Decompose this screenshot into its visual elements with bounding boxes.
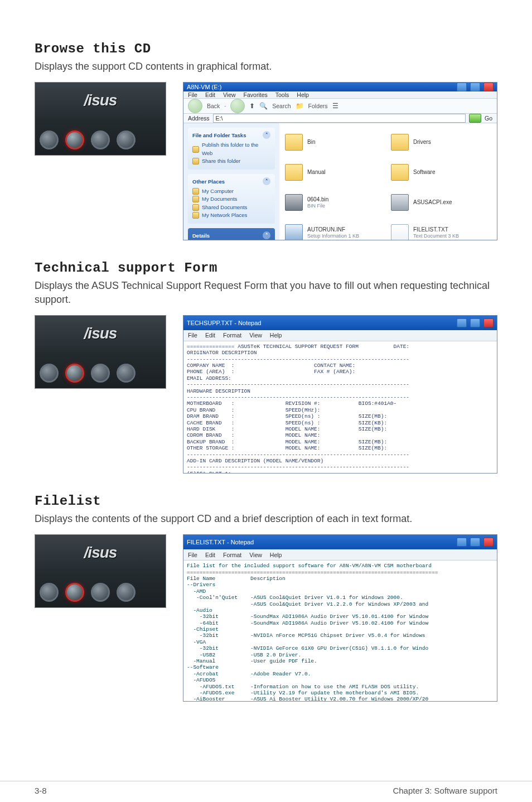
menu-file[interactable]: File: [188, 552, 197, 558]
notepad-titlebar: FILELIST.TXT - Notepad: [183, 535, 497, 549]
file-area: Bin Drivers Manual Software 0604.binBIN …: [279, 123, 497, 240]
file-item[interactable]: FILELIST.TXTText Document 3 KB: [391, 219, 491, 240]
folder-item[interactable]: Drivers: [391, 129, 491, 156]
place-item[interactable]: My Computer: [202, 187, 234, 195]
explorer-menubar[interactable]: File Edit View Favorites Tools Help: [183, 91, 497, 99]
maximize-button[interactable]: [470, 318, 480, 327]
txt-icon: [391, 224, 409, 240]
panel-tasks: File and Folder Tasks˄ Publish this fold…: [188, 128, 275, 170]
menu-help[interactable]: Help: [270, 552, 282, 558]
folder-item[interactable]: Bin: [285, 129, 385, 156]
search-label: Search: [272, 103, 291, 109]
minimize-button[interactable]: [457, 83, 467, 91]
file-name: Drivers: [413, 139, 431, 146]
thumb-icon-highlight: [65, 364, 84, 383]
place-item[interactable]: Shared Documents: [202, 204, 247, 211]
up-icon[interactable]: ⬆: [249, 102, 255, 110]
thumb-techsupport: /isus: [35, 315, 166, 389]
maximize-button[interactable]: [470, 83, 480, 91]
desc-browse: Displays the support CD contents in grap…: [35, 60, 497, 73]
heading-browse: Browse this CD: [35, 41, 497, 56]
thumb-icon: [40, 364, 59, 383]
folder-item[interactable]: Manual: [285, 159, 385, 186]
file-sub: BIN File: [307, 203, 328, 209]
file-name: FILELIST.TXT: [413, 226, 459, 233]
menu-favorites[interactable]: Favorites: [244, 91, 268, 98]
chevron-up-icon[interactable]: ˄: [263, 231, 270, 239]
minimize-button[interactable]: [457, 318, 467, 327]
file-sub: Text Document 3 KB: [413, 233, 459, 239]
thumb-icon: [40, 583, 59, 602]
thumb-icon: [117, 131, 136, 149]
menu-edit[interactable]: Edit: [205, 552, 215, 558]
menu-view[interactable]: View: [249, 332, 262, 339]
menu-file[interactable]: File: [188, 91, 197, 98]
go-label: Go: [485, 115, 492, 122]
folder-icon: [391, 164, 409, 181]
notepad-menubar[interactable]: File Edit Format View Help: [183, 549, 497, 561]
file-name: Bin: [307, 139, 315, 146]
notepad-body[interactable]: File list for the included support softw…: [183, 561, 497, 701]
asus-logo: /isus: [84, 91, 117, 109]
inf-icon: [285, 224, 303, 240]
close-button[interactable]: [483, 83, 494, 91]
notepad-menubar[interactable]: File Edit Format View Help: [183, 330, 497, 341]
window-title: FILELIST.TXT - Notepad: [187, 539, 254, 545]
explorer-titlebar: A8N-VM (E:): [183, 83, 497, 91]
notepad-titlebar: TECHSUPP.TXT - Notepad: [183, 316, 497, 330]
chevron-up-icon[interactable]: ˄: [263, 131, 270, 139]
back-button[interactable]: [188, 99, 202, 113]
go-button[interactable]: [469, 114, 481, 123]
menu-tools[interactable]: Tools: [275, 91, 289, 98]
back-label: Back: [207, 103, 220, 109]
thumb-browse: /isus: [35, 82, 166, 156]
menu-format[interactable]: Format: [223, 332, 241, 339]
folders-icon[interactable]: 📁: [296, 102, 304, 110]
explorer-sidebar: File and Folder Tasks˄ Publish this fold…: [183, 123, 279, 240]
folder-icon: [391, 134, 409, 151]
task-item[interactable]: Publish this folder to the Web: [202, 141, 270, 157]
folder-icon: [285, 134, 303, 151]
thumb-icon-highlight: [65, 131, 84, 149]
explorer-window: A8N-VM (E:) File Edit View Favorites Too…: [183, 82, 497, 240]
notepad-body[interactable]: =============== ASUSTeK TECHNICAL SUPPOR…: [183, 341, 497, 473]
task-icon: [192, 146, 199, 153]
thumb-icon: [91, 364, 110, 383]
menu-edit[interactable]: Edit: [205, 91, 215, 98]
task-icon: [192, 158, 199, 165]
asus-logo: /isus: [84, 325, 117, 342]
place-item[interactable]: My Documents: [202, 195, 237, 203]
file-item[interactable]: ASUSACPI.exe: [391, 189, 491, 216]
explorer-toolbar: Back · ⬆ 🔍 Search 📁 Folders ☰: [183, 99, 497, 114]
file-item[interactable]: AUTORUN.INFSetup Information 1 KB: [285, 219, 385, 240]
chevron-up-icon[interactable]: ˄: [263, 177, 270, 185]
forward-button[interactable]: [230, 99, 245, 113]
folder-item[interactable]: Software: [391, 159, 491, 186]
search-icon[interactable]: 🔍: [259, 102, 268, 110]
close-button[interactable]: [483, 538, 494, 547]
place-item[interactable]: My Network Places: [202, 211, 247, 219]
menu-format[interactable]: Format: [223, 552, 241, 558]
views-icon[interactable]: ☰: [332, 102, 338, 110]
heading-techsupport: Technical support Form: [35, 260, 497, 276]
minimize-button[interactable]: [457, 538, 467, 547]
close-button[interactable]: [483, 318, 494, 327]
menu-file[interactable]: File: [188, 332, 197, 339]
place-icon: [192, 188, 199, 195]
address-field[interactable]: E:\: [213, 114, 466, 123]
thumb-icon: [91, 131, 110, 149]
task-item[interactable]: Share this folder: [202, 157, 240, 165]
maximize-button[interactable]: [470, 538, 480, 547]
menu-view[interactable]: View: [249, 552, 262, 558]
file-item[interactable]: 0604.binBIN File: [285, 189, 385, 216]
panel-places-title: Other Places: [192, 178, 225, 185]
menu-help[interactable]: Help: [270, 332, 282, 339]
thumb-icon: [91, 583, 110, 602]
menu-help[interactable]: Help: [297, 91, 309, 98]
folder-icon: [285, 164, 303, 181]
asus-logo: /isus: [84, 544, 117, 562]
menu-edit[interactable]: Edit: [205, 332, 215, 339]
menu-view[interactable]: View: [223, 91, 236, 98]
bin-icon: [285, 194, 303, 211]
address-label: Address: [188, 115, 210, 122]
